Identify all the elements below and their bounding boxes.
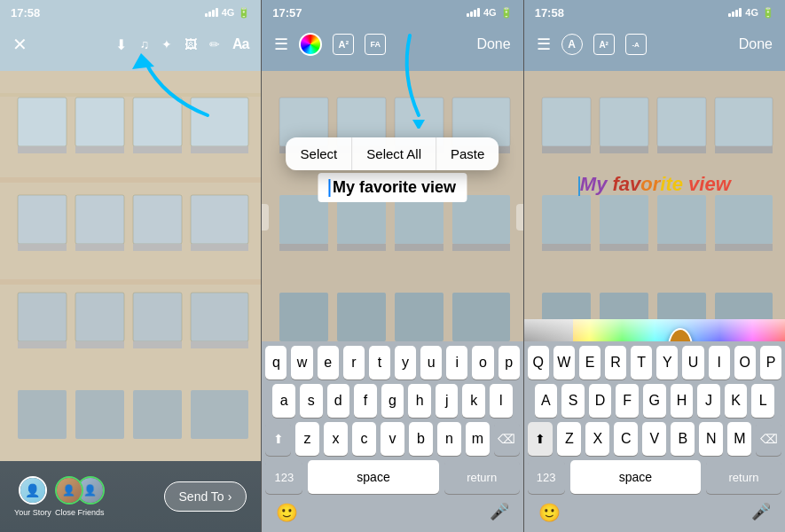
numbers-key[interactable]: 123 <box>265 460 302 494</box>
return-key-3[interactable]: return <box>706 460 781 494</box>
key3-n[interactable]: N <box>699 422 723 456</box>
key-x[interactable]: x <box>324 422 348 456</box>
key3-w[interactable]: W <box>553 346 575 379</box>
key3-u[interactable]: U <box>682 346 703 379</box>
hamburger-icon-3[interactable]: ☰ <box>537 35 551 54</box>
key-r[interactable]: r <box>343 346 365 379</box>
key-n[interactable]: n <box>437 422 461 456</box>
key3-z[interactable]: Z <box>557 422 581 456</box>
key-s[interactable]: s <box>300 384 323 418</box>
key3-p[interactable]: P <box>760 346 781 379</box>
hamburger-icon[interactable]: ☰ <box>274 35 288 54</box>
key-t[interactable]: t <box>369 346 390 379</box>
key-w[interactable]: w <box>291 346 312 379</box>
space-key[interactable]: space <box>308 460 438 494</box>
return-key[interactable]: return <box>444 460 520 494</box>
key3-i[interactable]: I <box>709 346 730 379</box>
status-bar-1: 17:58 4G 🔋 <box>0 0 261 25</box>
key-q[interactable]: q <box>265 346 287 379</box>
svg-rect-45 <box>337 195 386 244</box>
key3-m[interactable]: M <box>727 422 751 456</box>
left-text-handle[interactable] <box>262 204 269 231</box>
mic-key[interactable]: 🎤 <box>483 498 516 527</box>
key3-x[interactable]: X <box>585 422 609 456</box>
close-button[interactable]: ✕ <box>12 34 27 55</box>
svg-rect-51 <box>452 244 510 251</box>
key-p[interactable]: p <box>498 346 520 379</box>
key3-k[interactable]: K <box>725 384 748 418</box>
key3-v[interactable]: V <box>642 422 666 456</box>
done-button-2[interactable]: Done <box>476 36 510 52</box>
key-j[interactable]: j <box>436 384 459 418</box>
key-l[interactable]: l <box>490 384 513 418</box>
mic-key-3[interactable]: 🎤 <box>744 498 778 527</box>
key3-r[interactable]: R <box>605 346 626 379</box>
numbers-key-3[interactable]: 123 <box>528 460 565 494</box>
emoji-key-3[interactable]: 🙂 <box>531 498 568 527</box>
key-g[interactable]: g <box>381 384 404 418</box>
send-to-button[interactable]: Send To › <box>164 481 247 512</box>
key-h[interactable]: h <box>408 384 431 418</box>
colored-text-fav: fav <box>613 173 641 195</box>
close-friends-avatar1[interactable]: 👤 <box>55 476 83 505</box>
key-o[interactable]: o <box>472 346 493 379</box>
context-menu-paste[interactable]: Paste <box>436 137 498 170</box>
key-f[interactable]: f <box>354 384 377 418</box>
svg-rect-46 <box>395 195 444 244</box>
keyboard-row-2: a s d f g h j k l <box>262 379 522 418</box>
color-wheel-icon[interactable] <box>299 33 322 56</box>
right-text-handle[interactable] <box>516 204 523 231</box>
font-a-square-icon-3[interactable]: A² <box>593 34 615 55</box>
key-v[interactable]: v <box>381 422 404 456</box>
key3-o[interactable]: O <box>734 346 756 379</box>
svg-rect-7 <box>75 146 124 153</box>
key3-j[interactable]: J <box>697 384 720 418</box>
space-key-3[interactable]: space <box>570 460 701 494</box>
key3-y[interactable]: Y <box>656 346 678 379</box>
key3-s[interactable]: S <box>561 384 585 418</box>
key-u[interactable]: u <box>420 346 442 379</box>
done-button-3[interactable]: Done <box>739 36 773 52</box>
key3-f[interactable]: F <box>616 384 639 418</box>
toolbar-left-tools: ☰ A² FA <box>274 33 386 56</box>
key-y[interactable]: y <box>395 346 416 379</box>
key3-c[interactable]: C <box>614 422 638 456</box>
key3-b[interactable]: B <box>671 422 695 456</box>
backspace-key[interactable]: ⌫ <box>494 422 520 456</box>
key-e[interactable]: e <box>318 346 339 379</box>
key-k[interactable]: k <box>462 384 485 418</box>
key-a[interactable]: a <box>272 384 295 418</box>
svg-rect-44 <box>279 195 328 244</box>
key-i[interactable]: i <box>446 346 467 379</box>
svg-rect-53 <box>337 293 386 341</box>
key-m[interactable]: m <box>466 422 490 456</box>
key-c[interactable]: c <box>352 422 376 456</box>
font-format-icon-3[interactable]: -A <box>625 34 647 55</box>
time-3: 17:58 <box>535 6 564 20</box>
context-menu-select[interactable]: Select <box>287 137 353 170</box>
key-d[interactable]: d <box>327 384 350 418</box>
key3-h[interactable]: H <box>671 384 694 418</box>
network-type-2: 4G <box>483 7 497 18</box>
font-a-square-icon[interactable]: A² <box>333 34 354 55</box>
colored-text-overlay[interactable]: My favorite view <box>578 173 731 196</box>
key3-d[interactable]: D <box>589 384 612 418</box>
shift-key-3[interactable]: ⬆ <box>528 422 553 456</box>
key3-t[interactable]: T <box>631 346 652 379</box>
svg-rect-23 <box>75 341 124 348</box>
your-story-avatar[interactable]: 👤 <box>19 476 47 505</box>
text-overlay-2[interactable]: My favorite view <box>318 173 467 202</box>
font-a-circle-icon-3[interactable]: A <box>561 34 583 55</box>
key-b[interactable]: b <box>409 422 433 456</box>
backspace-key-3[interactable]: ⌫ <box>756 422 781 456</box>
key3-a[interactable]: A <box>535 384 558 418</box>
your-story-label: Your Story <box>14 508 51 517</box>
key-z[interactable]: z <box>295 422 319 456</box>
emoji-key[interactable]: 🙂 <box>269 498 305 527</box>
key3-q[interactable]: Q <box>528 346 549 379</box>
key3-l[interactable]: L <box>751 384 774 418</box>
key3-e[interactable]: E <box>579 346 601 379</box>
key3-g[interactable]: G <box>643 384 666 418</box>
context-menu-select-all[interactable]: Select All <box>352 137 436 170</box>
shift-key[interactable]: ⬆ <box>265 422 291 456</box>
